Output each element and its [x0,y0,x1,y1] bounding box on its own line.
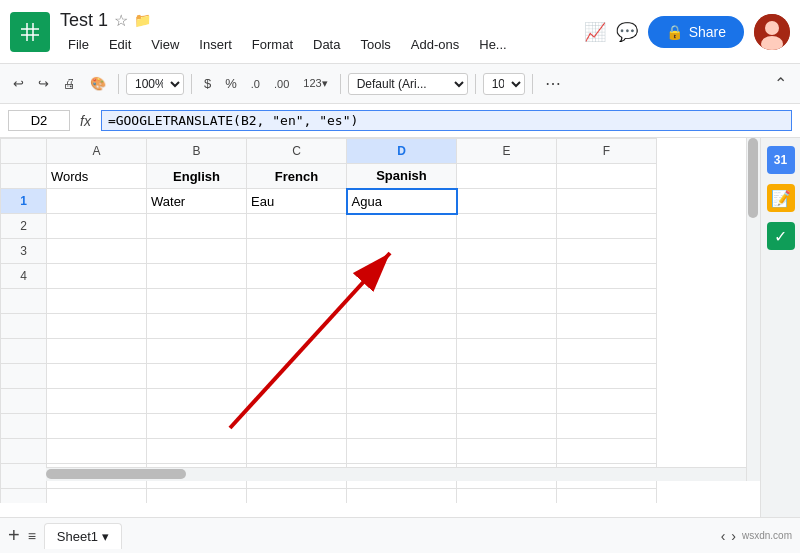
cell-a1[interactable]: Words [47,164,147,189]
collapse-button[interactable]: ⌃ [769,70,792,97]
cell-c2[interactable]: Eau [247,189,347,214]
sheet-scroll-right-button[interactable]: › [731,528,736,544]
sheet-tab-sheet1[interactable]: Sheet1 ▾ [44,523,122,549]
percent-button[interactable]: % [220,72,242,95]
cell-e5[interactable] [457,264,557,289]
svg-rect-0 [21,23,39,41]
cell-e4[interactable] [457,239,557,264]
format-number-button[interactable]: 123▾ [298,73,332,94]
zoom-select[interactable]: 100% [126,73,184,95]
add-sheet-button[interactable]: + [8,524,20,547]
menu-insert[interactable]: Insert [191,35,240,54]
comment-icon[interactable]: 💬 [616,21,638,43]
cell-f1[interactable] [557,164,657,189]
row-header-8[interactable] [1,339,47,364]
cell-reference-input[interactable] [8,110,70,131]
row-header-6[interactable] [1,289,47,314]
font-select[interactable]: Default (Ari... [348,73,468,95]
cell-a4[interactable] [47,239,147,264]
cell-a3[interactable] [47,214,147,239]
menu-help[interactable]: He... [471,35,514,54]
row-header-11[interactable] [1,414,47,439]
row-header-9[interactable] [1,364,47,389]
cell-c4[interactable] [247,239,347,264]
col-header-d[interactable]: D [347,139,457,164]
fontsize-select[interactable]: 10 [483,73,525,95]
row-header-13[interactable] [1,464,47,489]
menu-data[interactable]: Data [305,35,348,54]
cell-b1[interactable]: English [147,164,247,189]
print-button[interactable]: 🖨 [58,72,81,95]
col-header-b[interactable]: B [147,139,247,164]
horizontal-scrollbar[interactable] [46,467,746,481]
more-button[interactable]: ⋯ [540,70,566,97]
cell-d4[interactable] [347,239,457,264]
formula-input[interactable] [101,110,792,131]
menu-format[interactable]: Format [244,35,301,54]
cell-d5[interactable] [347,264,457,289]
col-header-f[interactable]: F [557,139,657,164]
cell-a2[interactable] [47,189,147,214]
cell-d3[interactable] [347,214,457,239]
cell-c5[interactable] [247,264,347,289]
bottom-right-controls: ‹ › wsxdn.com [721,528,792,544]
menu-edit[interactable]: Edit [101,35,139,54]
row-header-2[interactable]: 1 [1,189,47,214]
redo-button[interactable]: ↪ [33,72,54,95]
col-header-a[interactable]: A [47,139,147,164]
col-header-c[interactable]: C [247,139,347,164]
cell-a5[interactable] [47,264,147,289]
paint-format-button[interactable]: 🎨 [85,72,111,95]
increase-decimal-button[interactable]: .00 [269,74,294,94]
doc-title[interactable]: Test 1 [60,10,108,31]
cell-b3[interactable] [147,214,247,239]
avatar[interactable] [754,14,790,50]
calendar-sidebar-icon[interactable]: 31 [767,146,795,174]
row-header-14[interactable] [1,489,47,504]
grid-wrapper[interactable]: A B C D E F Words English French Spanish [0,138,746,503]
undo-button[interactable]: ↩ [8,72,29,95]
horizontal-scrollbar-thumb[interactable] [46,469,186,479]
folder-icon[interactable]: 📁 [134,12,151,28]
decrease-decimal-button[interactable]: .0 [246,74,265,94]
currency-button[interactable]: $ [199,72,216,95]
row-header-7[interactable] [1,314,47,339]
sheet-tab-dropdown-icon[interactable]: ▾ [102,529,109,544]
notes-sidebar-icon[interactable]: 📝 [767,184,795,212]
menu-tools[interactable]: Tools [352,35,398,54]
cell-f5[interactable] [557,264,657,289]
col-header-e[interactable]: E [457,139,557,164]
row-header-10[interactable] [1,389,47,414]
vertical-scrollbar-thumb[interactable] [748,138,758,218]
share-button[interactable]: 🔒 Share [648,16,744,48]
row-header-1[interactable] [1,164,47,189]
row-header-12[interactable] [1,439,47,464]
chart-icon[interactable]: 📈 [584,21,606,43]
row-header-5[interactable]: 4 [1,264,47,289]
cell-e3[interactable] [457,214,557,239]
sheet-scroll-left-button[interactable]: ‹ [721,528,726,544]
menu-file[interactable]: File [60,35,97,54]
cell-e1[interactable] [457,164,557,189]
cell-c1[interactable]: French [247,164,347,189]
row-header-3[interactable]: 2 [1,214,47,239]
vertical-scrollbar[interactable] [746,138,760,481]
sheet-list-button[interactable]: ≡ [28,528,36,544]
row-header-4[interactable]: 3 [1,239,47,264]
tasks-sidebar-icon[interactable]: ✓ [767,222,795,250]
cell-e2[interactable] [457,189,557,214]
right-controls: 📈 💬 🔒 Share [584,14,790,50]
menu-addons[interactable]: Add-ons [403,35,467,54]
cell-b4[interactable] [147,239,247,264]
cell-f2[interactable] [557,189,657,214]
cell-d1[interactable]: Spanish [347,164,457,189]
star-icon[interactable]: ☆ [114,11,128,30]
cell-d2[interactable]: Agua [347,189,457,214]
cell-f4[interactable] [557,239,657,264]
cell-a6[interactable] [47,289,147,314]
menu-view[interactable]: View [143,35,187,54]
cell-f3[interactable] [557,214,657,239]
cell-b5[interactable] [147,264,247,289]
cell-b2[interactable]: Water [147,189,247,214]
cell-c3[interactable] [247,214,347,239]
